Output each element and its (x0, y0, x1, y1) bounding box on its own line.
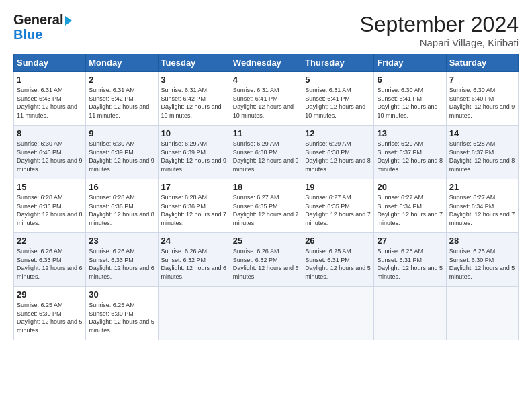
day-info: Sunrise: 6:25 AMSunset: 6:30 PMDaylight:… (17, 302, 83, 334)
day-info: Sunrise: 6:30 AMSunset: 6:40 PMDaylight:… (17, 140, 83, 173)
col-sunday: Sunday (14, 54, 86, 72)
calendar-cell: 13 Sunrise: 6:29 AMSunset: 6:37 PMDaylig… (374, 126, 446, 179)
calendar-cell: 1 Sunrise: 6:31 AMSunset: 6:43 PMDayligh… (14, 72, 86, 126)
calendar-cell: 2 Sunrise: 6:31 AMSunset: 6:42 PMDayligh… (86, 72, 158, 126)
calendar-cell: 15 Sunrise: 6:28 AMSunset: 6:36 PMDaylig… (14, 179, 86, 233)
calendar-cell: 23 Sunrise: 6:26 AMSunset: 6:33 PMDaylig… (86, 233, 158, 287)
calendar-cell (158, 287, 230, 340)
calendar-cell: 29 Sunrise: 6:25 AMSunset: 6:30 PMDaylig… (14, 287, 86, 340)
calendar-cell: 22 Sunrise: 6:26 AMSunset: 6:33 PMDaylig… (14, 233, 86, 287)
calendar-cell: 21 Sunrise: 6:27 AMSunset: 6:34 PMDaylig… (446, 179, 518, 233)
calendar-week-5: 29 Sunrise: 6:25 AMSunset: 6:30 PMDaylig… (14, 287, 519, 340)
logo-name: General Blue (13, 12, 72, 42)
logo: General Blue (13, 12, 72, 42)
day-number: 23 (89, 236, 154, 246)
day-number: 24 (161, 236, 227, 246)
day-info: Sunrise: 6:26 AMSunset: 6:33 PMDaylight:… (89, 248, 154, 280)
day-info: Sunrise: 6:31 AMSunset: 6:42 PMDaylight:… (89, 87, 149, 119)
col-thursday: Thursday (302, 54, 374, 72)
day-info: Sunrise: 6:31 AMSunset: 6:41 PMDaylight:… (233, 87, 294, 119)
day-number: 12 (305, 128, 371, 138)
calendar-cell: 27 Sunrise: 6:25 AMSunset: 6:31 PMDaylig… (374, 233, 446, 287)
calendar-cell: 7 Sunrise: 6:30 AMSunset: 6:40 PMDayligh… (446, 72, 518, 126)
day-number: 9 (89, 128, 154, 138)
day-info: Sunrise: 6:31 AMSunset: 6:42 PMDaylight:… (161, 87, 222, 119)
day-info: Sunrise: 6:29 AMSunset: 6:38 PMDaylight:… (233, 140, 299, 173)
day-number: 22 (17, 236, 83, 246)
day-number: 18 (233, 182, 299, 192)
day-number: 4 (233, 75, 299, 85)
calendar-cell: 20 Sunrise: 6:27 AMSunset: 6:34 PMDaylig… (374, 179, 446, 233)
day-number: 26 (305, 236, 371, 246)
day-info: Sunrise: 6:29 AMSunset: 6:37 PMDaylight:… (377, 140, 443, 173)
day-number: 7 (449, 75, 515, 85)
day-number: 21 (449, 182, 515, 192)
calendar-week-4: 22 Sunrise: 6:26 AMSunset: 6:33 PMDaylig… (14, 233, 519, 287)
calendar-cell: 12 Sunrise: 6:29 AMSunset: 6:38 PMDaylig… (302, 126, 374, 179)
calendar-cell: 19 Sunrise: 6:27 AMSunset: 6:35 PMDaylig… (302, 179, 374, 233)
day-info: Sunrise: 6:26 AMSunset: 6:33 PMDaylight:… (17, 248, 83, 280)
col-saturday: Saturday (446, 54, 518, 72)
col-wednesday: Wednesday (230, 54, 302, 72)
calendar-cell: 30 Sunrise: 6:25 AMSunset: 6:30 PMDaylig… (86, 287, 158, 340)
day-info: Sunrise: 6:31 AMSunset: 6:43 PMDaylight:… (17, 87, 77, 119)
day-info: Sunrise: 6:31 AMSunset: 6:41 PMDaylight:… (305, 87, 365, 119)
calendar-week-2: 8 Sunrise: 6:30 AMSunset: 6:40 PMDayligh… (14, 126, 519, 179)
calendar-cell: 14 Sunrise: 6:28 AMSunset: 6:37 PMDaylig… (446, 126, 518, 179)
day-info: Sunrise: 6:25 AMSunset: 6:30 PMDaylight:… (89, 302, 154, 334)
day-number: 5 (305, 75, 371, 85)
day-number: 20 (377, 182, 443, 192)
day-number: 13 (377, 128, 443, 138)
day-number: 29 (17, 289, 83, 300)
day-info: Sunrise: 6:27 AMSunset: 6:35 PMDaylight:… (305, 194, 371, 226)
calendar-cell (302, 287, 374, 340)
day-info: Sunrise: 6:28 AMSunset: 6:36 PMDaylight:… (17, 194, 83, 226)
day-number: 11 (233, 128, 299, 138)
location: Napari Village, Kiribati (359, 37, 519, 48)
day-info: Sunrise: 6:30 AMSunset: 6:39 PMDaylight:… (89, 140, 154, 173)
day-info: Sunrise: 6:27 AMSunset: 6:34 PMDaylight:… (449, 194, 515, 226)
col-monday: Monday (86, 54, 158, 72)
header: General Blue September 2024 Napari Villa… (13, 12, 519, 48)
day-info: Sunrise: 6:29 AMSunset: 6:38 PMDaylight:… (305, 140, 371, 173)
calendar-header-row: Sunday Monday Tuesday Wednesday Thursday… (14, 54, 519, 72)
col-friday: Friday (374, 54, 446, 72)
calendar-cell: 16 Sunrise: 6:28 AMSunset: 6:36 PMDaylig… (86, 179, 158, 233)
day-number: 30 (89, 289, 154, 300)
page: General Blue September 2024 Napari Villa… (0, 0, 532, 347)
calendar-cell: 9 Sunrise: 6:30 AMSunset: 6:39 PMDayligh… (86, 126, 158, 179)
calendar-week-1: 1 Sunrise: 6:31 AMSunset: 6:43 PMDayligh… (14, 72, 519, 126)
day-number: 15 (17, 182, 83, 192)
day-info: Sunrise: 6:28 AMSunset: 6:36 PMDaylight:… (89, 194, 154, 226)
day-number: 14 (449, 128, 515, 138)
calendar-cell: 11 Sunrise: 6:29 AMSunset: 6:38 PMDaylig… (230, 126, 302, 179)
calendar-cell: 3 Sunrise: 6:31 AMSunset: 6:42 PMDayligh… (158, 72, 230, 126)
calendar-cell: 26 Sunrise: 6:25 AMSunset: 6:31 PMDaylig… (302, 233, 374, 287)
month-title: September 2024 (359, 12, 519, 37)
calendar-cell: 17 Sunrise: 6:28 AMSunset: 6:36 PMDaylig… (158, 179, 230, 233)
day-info: Sunrise: 6:25 AMSunset: 6:31 PMDaylight:… (377, 248, 443, 280)
day-info: Sunrise: 6:26 AMSunset: 6:32 PMDaylight:… (161, 248, 227, 280)
title-block: September 2024 Napari Village, Kiribati (359, 12, 519, 48)
day-number: 27 (377, 236, 443, 246)
day-number: 19 (305, 182, 371, 192)
day-number: 6 (377, 75, 443, 85)
calendar-cell: 5 Sunrise: 6:31 AMSunset: 6:41 PMDayligh… (302, 72, 374, 126)
day-info: Sunrise: 6:30 AMSunset: 6:41 PMDaylight:… (377, 87, 437, 119)
logo-general: General (13, 12, 72, 27)
calendar-week-3: 15 Sunrise: 6:28 AMSunset: 6:36 PMDaylig… (14, 179, 519, 233)
calendar-cell: 25 Sunrise: 6:26 AMSunset: 6:32 PMDaylig… (230, 233, 302, 287)
col-tuesday: Tuesday (158, 54, 230, 72)
calendar-cell (230, 287, 302, 340)
day-number: 10 (161, 128, 227, 138)
calendar-cell: 8 Sunrise: 6:30 AMSunset: 6:40 PMDayligh… (14, 126, 86, 179)
calendar-cell (374, 287, 446, 340)
day-info: Sunrise: 6:30 AMSunset: 6:40 PMDaylight:… (449, 87, 515, 119)
calendar-cell: 10 Sunrise: 6:29 AMSunset: 6:39 PMDaylig… (158, 126, 230, 179)
day-number: 1 (17, 75, 83, 85)
day-number: 17 (161, 182, 227, 192)
day-info: Sunrise: 6:27 AMSunset: 6:35 PMDaylight:… (233, 194, 299, 226)
day-info: Sunrise: 6:28 AMSunset: 6:37 PMDaylight:… (449, 140, 515, 173)
day-number: 3 (161, 75, 227, 85)
day-number: 28 (449, 236, 515, 246)
